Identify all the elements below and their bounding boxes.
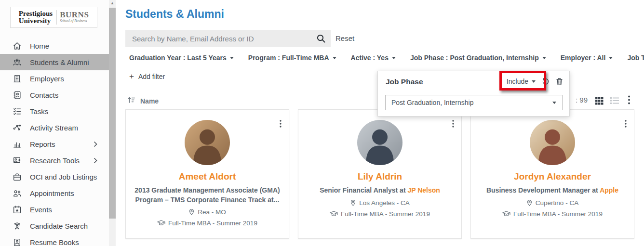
graduate-person-icon [13, 221, 22, 231]
sidebar-item-label: Reports [30, 140, 55, 148]
filter-active[interactable]: Active : Yes [351, 54, 396, 62]
scrollbar-up-arrow-icon[interactable]: ▲ [109, 1, 116, 5]
student-card[interactable]: Jordyn Alexander Business Development Ma… [470, 109, 634, 239]
calendar-star-icon [13, 205, 22, 214]
sidebar-item-label: Home [30, 42, 49, 50]
logo-line2: University [19, 17, 53, 25]
education-row: Full-Time MBA - Summer 2019 [502, 210, 603, 218]
filter-bar: Graduation Year : Last 5 Years Program :… [129, 54, 644, 62]
sidebar-item-candidate-search[interactable]: Candidate Search [0, 218, 109, 234]
student-card[interactable]: Ameet Aldort 2013 Graduate Management As… [125, 109, 289, 239]
search-icon[interactable] [316, 34, 326, 43]
logo-school-tagline: School of Business [60, 19, 89, 24]
sidebar-scrollbar[interactable]: ▲ [109, 0, 116, 246]
filter-graduation-year[interactable]: Graduation Year : Last 5 Years [129, 54, 234, 62]
employer-link[interactable]: Apple [600, 186, 618, 194]
page-title: Students & Alumni [125, 8, 224, 21]
sidebar-item-employers[interactable]: Employers [0, 70, 109, 87]
checklist-icon [13, 107, 22, 116]
student-card[interactable]: Lily Aldrin Senior Financial Analyst at … [298, 109, 462, 239]
education-row: Full-Time MBA - Summer 2019 [330, 210, 430, 218]
filter-job-title[interactable]: Job Title : All [627, 54, 644, 62]
sidebar-item-label: Resume Books [30, 238, 79, 246]
caret-down-icon [609, 57, 613, 61]
sidebar-item-contacts[interactable]: Contacts [0, 87, 109, 103]
add-filter-label: Add filter [138, 73, 165, 80]
sidebar-item-reports[interactable]: Reports [0, 136, 109, 152]
location-row: Cupertino - CA [526, 199, 578, 207]
student-name[interactable]: Jordyn Alexander [514, 171, 591, 182]
filter-label: Program : Full-Time MBA [248, 54, 329, 62]
filter-label: Employer : All [561, 54, 606, 62]
delete-filter-trash-icon[interactable] [556, 78, 563, 85]
caret-down-icon [230, 57, 234, 61]
list-view-icon[interactable] [610, 97, 619, 106]
card-kebab-icon[interactable] [625, 120, 627, 129]
people-group-icon [13, 58, 22, 67]
sidebar-item-research-tools[interactable]: Research Tools [0, 152, 109, 168]
sidebar-item-students-alumni[interactable]: Students & Alumni [0, 54, 109, 70]
avatar[interactable] [530, 120, 575, 165]
card-kebab-icon[interactable] [452, 120, 454, 129]
education-text: Full-Time MBA - Summer 2019 [168, 220, 257, 227]
scrollbar-thumb[interactable] [109, 8, 116, 219]
popup-actions: Include [507, 78, 563, 85]
sidebar-item-home[interactable]: Home [0, 38, 109, 54]
two-people-icon [13, 189, 22, 198]
include-mode-dropdown[interactable]: Include [507, 78, 536, 85]
employer-link[interactable]: JP Nelson [407, 186, 440, 194]
grid-view-icon[interactable] [595, 97, 604, 107]
logo-university-name: Prestigious University [19, 10, 53, 25]
sidebar-item-appointments[interactable]: Appointments [0, 185, 109, 201]
location-text: Rea - MO [198, 208, 226, 216]
sidebar-item-activity-stream[interactable]: Activity Stream [0, 119, 109, 136]
research-tools-icon [13, 156, 22, 165]
sidebar-item-oci-job-listings[interactable]: OCI and Job Listings [0, 168, 109, 185]
search-input[interactable] [125, 30, 331, 47]
avatar[interactable] [185, 120, 230, 165]
sort-ascending-icon [127, 96, 135, 106]
sidebar-item-resume-books[interactable]: Resume Books [0, 234, 109, 246]
search-bar [125, 30, 331, 47]
education-text: Full-Time MBA - Summer 2019 [513, 210, 603, 218]
student-headline: Senior Financial Analyst at JP Nelson [311, 186, 448, 195]
sidebar-item-label: Candidate Search [30, 222, 88, 230]
sidebar-item-label: Employers [30, 75, 64, 83]
job-phase-filter-popup: Job Phase Include Post Graduation, Inter… [377, 71, 570, 117]
graduation-cap-icon [330, 211, 338, 217]
headline-text: 2013 Graduate Management Associate (GMA)… [134, 186, 280, 204]
location-text: Los Angeles - CA [359, 199, 409, 207]
filter-job-phase[interactable]: Job Phase : Post Graduation, Internship [410, 54, 546, 62]
card-kebab-icon[interactable] [280, 120, 282, 129]
reset-filter-icon[interactable] [542, 78, 550, 85]
location-text: Cupertino - CA [536, 199, 578, 207]
location-pin-icon [526, 199, 533, 207]
job-phase-selected-value: Post Graduation, Internship [391, 99, 473, 106]
sidebar-item-events[interactable]: Events [0, 201, 109, 218]
filter-program[interactable]: Program : Full-Time MBA [248, 54, 336, 62]
caret-down-icon [333, 57, 336, 61]
avatar[interactable] [357, 120, 402, 165]
popup-title: Job Phase [386, 78, 423, 86]
student-name[interactable]: Ameet Aldort [179, 171, 236, 182]
students-alumni-page: Prestigious University BURNS School of B… [0, 0, 644, 246]
sort-by-name[interactable]: Name [127, 96, 159, 106]
logo-school-name: BURNS [60, 11, 89, 19]
job-phase-select[interactable]: Post Graduation, Internship [385, 95, 563, 110]
more-options-kebab-icon[interactable] [628, 95, 630, 106]
student-name[interactable]: Lily Aldrin [358, 171, 402, 182]
graduation-cap-icon [502, 211, 510, 217]
logo-line1: Prestigious [19, 10, 53, 17]
headline-text: Business Development Manager at [486, 186, 600, 194]
sidebar-item-label: Tasks [30, 107, 48, 116]
education-text: Full-Time MBA - Summer 2019 [341, 210, 430, 218]
add-filter-button[interactable]: + Add filter [129, 72, 165, 80]
chevron-right-icon [94, 157, 97, 165]
sidebar-item-tasks[interactable]: Tasks [0, 103, 109, 119]
sidebar-item-label: Research Tools [30, 156, 80, 165]
headline-text: Senior Financial Analyst at [320, 186, 407, 194]
reset-button[interactable]: Reset [335, 34, 354, 42]
location-pin-icon [188, 208, 195, 216]
filter-label: Job Phase : Post Graduation, Internship [410, 54, 539, 62]
filter-employer[interactable]: Employer : All [561, 54, 613, 62]
